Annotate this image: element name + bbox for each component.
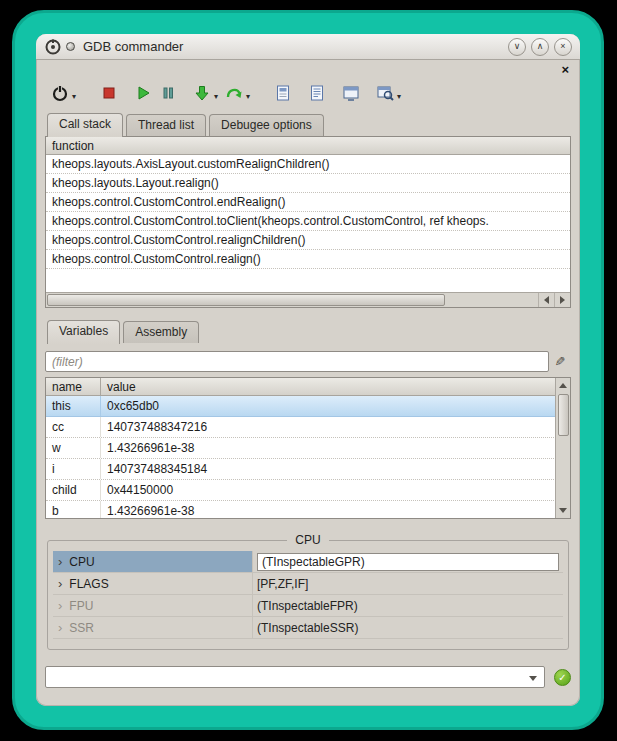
tab-thread-list[interactable]: Thread list (126, 114, 206, 136)
expand-icon[interactable]: › (58, 577, 62, 590)
variables-header: name value (46, 378, 570, 396)
run-icon[interactable] (132, 82, 154, 104)
cpu-register-row[interactable]: › SSR (TInspectableSSR) (53, 617, 563, 639)
variable-name: i (46, 459, 101, 479)
variable-name: child (46, 480, 101, 500)
name-column-header[interactable]: name (46, 378, 101, 395)
client-area: × ▾ (36, 60, 580, 706)
scroll-down-icon[interactable] (556, 503, 570, 518)
call-stack-row[interactable]: kheops.control.CustomControl.toClient(kh… (46, 212, 570, 231)
app-icon (44, 38, 62, 56)
variable-row[interactable]: this 0xc65db0 (46, 396, 570, 417)
maximize-button[interactable]: ∧ (531, 38, 549, 56)
close-button[interactable]: × (554, 38, 572, 56)
horizontal-scrollbar[interactable] (46, 292, 570, 307)
register-value: (TInspectableFPR) (253, 595, 563, 616)
titlebar[interactable]: GDB commander ∨ ∧ × (36, 34, 580, 60)
combo-dropdown-icon[interactable] (529, 676, 537, 681)
cpu-groupbox: CPU › CPU (TInspectableGPR) › FLAGS [ (47, 533, 569, 650)
register-value: [PF,ZF,IF] (253, 573, 563, 594)
variable-value: 140737488347216 (101, 417, 570, 437)
variable-value: 0xc65db0 (101, 396, 570, 416)
variable-name: b (46, 501, 101, 519)
variable-value: 140737488345184 (101, 459, 570, 479)
tab-assembly[interactable]: Assembly (123, 321, 199, 343)
value-column-header[interactable]: value (101, 378, 570, 395)
window-frame: GDB commander ∨ ∧ × × ▾ (12, 10, 604, 730)
function-column-header[interactable]: function (46, 137, 570, 155)
scroll-left-icon[interactable] (538, 293, 554, 307)
call-stack-row[interactable]: kheops.layouts.AxisLayout.customRealignC… (46, 155, 570, 174)
variable-row[interactable]: cc 140737488347216 (46, 417, 570, 438)
scroll-up-icon[interactable] (556, 378, 570, 393)
step-in-icon[interactable] (191, 82, 213, 104)
tab-debugee-options[interactable]: Debugee options (209, 114, 324, 136)
variable-row[interactable]: child 0x44150000 (46, 480, 570, 501)
call-stack-row[interactable]: kheops.control.CustomControl.realignChil… (46, 231, 570, 250)
variable-name: this (46, 396, 101, 416)
scroll-right-icon[interactable] (554, 293, 570, 307)
stack-tabs: Call stack Thread list Debugee options (45, 112, 571, 136)
call-stack-panel: function kheops.layouts.AxisLayout.custo… (45, 136, 571, 308)
expand-icon[interactable]: › (58, 621, 62, 634)
expand-icon[interactable]: › (58, 599, 62, 612)
register-value: (TInspectableSSR) (253, 617, 563, 638)
app-subicon (66, 42, 75, 51)
register-value-edit[interactable]: (TInspectableGPR) (257, 553, 559, 571)
variable-row[interactable]: b 1.43266961e-38 (46, 501, 570, 519)
filter-input[interactable] (45, 351, 549, 372)
register-group-name: FLAGS (69, 577, 108, 591)
dock-close-icon[interactable]: × (559, 64, 571, 75)
confirm-button[interactable]: ✓ (554, 669, 571, 686)
step-in-dropdown-icon[interactable]: ▾ (214, 92, 218, 101)
source-doc-icon[interactable] (272, 82, 294, 104)
inspect-tabs: Variables Assembly (45, 319, 571, 343)
minimize-button[interactable]: ∨ (508, 38, 526, 56)
variable-value: 1.43266961e-38 (101, 501, 570, 519)
variable-row[interactable]: i 140737488345184 (46, 459, 570, 480)
step-over-icon[interactable] (223, 82, 245, 104)
variable-value: 1.43266961e-38 (101, 438, 570, 458)
filter-row: ✎ (45, 351, 571, 372)
output-log-icon[interactable] (306, 82, 328, 104)
call-stack-row[interactable]: kheops.control.CustomControl.realign() (46, 250, 570, 269)
pause-icon[interactable] (157, 82, 179, 104)
cpu-register-row[interactable]: › FPU (TInspectableFPR) (53, 595, 563, 617)
command-combobox[interactable] (45, 666, 545, 688)
cpu-register-row[interactable]: › CPU (TInspectableGPR) (53, 551, 563, 573)
scrollbar-thumb[interactable] (558, 394, 569, 436)
watch-window-icon[interactable] (340, 82, 362, 104)
scrollbar-thumb[interactable] (47, 294, 445, 306)
command-row: ✓ (45, 666, 571, 688)
inspect-dropdown-icon[interactable]: ▾ (397, 92, 401, 101)
tab-call-stack[interactable]: Call stack (47, 113, 123, 137)
variable-value: 0x44150000 (101, 480, 570, 500)
call-stack-row[interactable]: kheops.control.CustomControl.endRealign(… (46, 193, 570, 212)
expand-icon[interactable]: › (58, 555, 62, 568)
register-group-name: CPU (69, 555, 94, 569)
window-title: GDB commander (83, 39, 183, 54)
vertical-scrollbar[interactable] (555, 378, 570, 518)
cpu-register-row[interactable]: › FLAGS [PF,ZF,IF] (53, 573, 563, 595)
variable-name: cc (46, 417, 101, 437)
variable-name: w (46, 438, 101, 458)
filter-pen-icon[interactable]: ✎ (549, 354, 571, 369)
call-stack-row[interactable]: kheops.layouts.Layout.realign() (46, 174, 570, 193)
step-over-dropdown-icon[interactable]: ▾ (246, 92, 250, 101)
register-group-name: SSR (69, 621, 94, 635)
variables-panel: name value this 0xc65db0 cc 140737488347… (45, 377, 571, 519)
inspect-memory-icon[interactable] (374, 82, 396, 104)
power-dropdown-icon[interactable]: ▾ (72, 92, 76, 101)
register-group-name: FPU (69, 599, 93, 613)
gdb-commander-window: GDB commander ∨ ∧ × × ▾ (36, 34, 580, 706)
variable-row[interactable]: w 1.43266961e-38 (46, 438, 570, 459)
debug-toolbar: ▾ (45, 77, 571, 109)
cpu-group-title: CPU (287, 533, 328, 547)
tab-variables[interactable]: Variables (47, 320, 120, 344)
power-icon[interactable] (49, 82, 71, 104)
stop-icon[interactable] (98, 82, 120, 104)
